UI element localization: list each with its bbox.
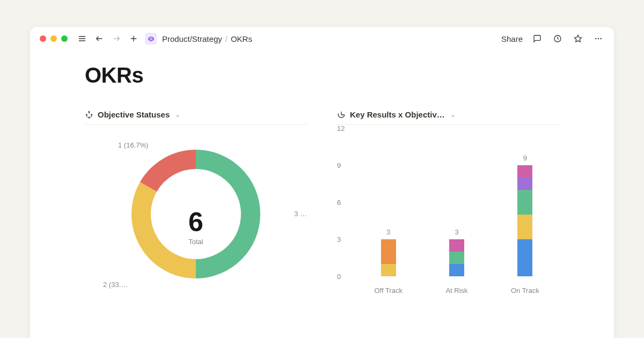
bar-on-track[interactable]: 9 [517, 165, 532, 276]
svg-point-12 [600, 38, 601, 39]
bar-x-axis: Off TrackAt RiskOn Track [354, 286, 559, 295]
breadcrumb-parent[interactable]: Product/Strategy [162, 34, 222, 43]
bar-total-label: 9 [523, 154, 527, 162]
donut-slice-off-track[interactable] [140, 150, 196, 192]
breadcrumb-current[interactable]: OKRs [231, 34, 252, 43]
svg-rect-15 [91, 114, 92, 115]
bar-segment [381, 239, 396, 264]
card-title: Key Results x Objectiv… [350, 110, 445, 119]
updates-icon[interactable] [552, 33, 564, 45]
svg-rect-16 [89, 117, 90, 119]
page-icon[interactable] [145, 33, 157, 45]
x-tick-label: Off Track [354, 286, 422, 295]
card-header[interactable]: Key Results x Objectiv… ⌄ [337, 110, 559, 125]
nav-forward-button[interactable] [111, 33, 122, 45]
bar-segment [517, 190, 532, 215]
bar-segment [449, 264, 464, 276]
sidebar-toggle-icon[interactable] [76, 33, 88, 45]
more-icon[interactable] [592, 33, 604, 45]
window-close-button[interactable] [40, 35, 46, 42]
svg-marker-9 [574, 35, 581, 42]
y-tick-label: 9 [337, 161, 341, 170]
donut-callout-atrisk: 2 (33.… [103, 281, 128, 289]
breadcrumb: Product/Strategy / OKRs [162, 34, 252, 43]
chevron-down-icon: ⌄ [450, 111, 456, 119]
hierarchy-icon [85, 111, 93, 119]
bar-segment [517, 215, 532, 239]
topbar-right: Share [501, 33, 604, 45]
svg-point-11 [598, 38, 599, 39]
window-traffic-lights [40, 35, 68, 42]
y-tick-label: 3 [337, 236, 341, 244]
bar-segment [381, 264, 396, 276]
bar-segment [449, 252, 464, 264]
card-objective-statuses: Objective Statuses ⌄ 6 Total 1 (16.7%) 3… [85, 110, 307, 302]
app-window: Product/Strategy / OKRs Share OKRs [30, 27, 614, 338]
card-key-results: Key Results x Objectiv… ⌄ 036912339 Off … [337, 110, 559, 302]
svg-rect-14 [86, 114, 87, 115]
donut-total-value: 6 [188, 209, 203, 236]
card-header[interactable]: Objective Statuses ⌄ [85, 110, 307, 125]
breadcrumb-separator: / [225, 34, 228, 43]
donut-chart: 6 Total 1 (16.7%) 3 … 2 (33.… [85, 125, 307, 302]
donut-callout-offtrack: 1 (16.7%) [118, 141, 148, 149]
donut-slice-on-track[interactable] [196, 150, 260, 278]
pie-chart-icon [337, 111, 346, 119]
bar-off-track[interactable]: 3 [381, 239, 396, 276]
bar-segment [517, 178, 532, 190]
bar-segment [517, 239, 532, 276]
svg-rect-13 [89, 111, 90, 113]
donut-slice-at-risk[interactable] [131, 182, 196, 278]
bar-segment [517, 165, 532, 178]
favorite-icon[interactable] [572, 33, 584, 45]
donut-center: 6 Total [188, 209, 203, 246]
bar-plot-area: 036912339 [337, 128, 559, 281]
window-minimize-button[interactable] [50, 35, 57, 42]
svg-point-7 [150, 38, 152, 40]
charts-row: Objective Statuses ⌄ 6 Total 1 (16.7%) 3… [85, 110, 559, 302]
bar-total-label: 3 [455, 228, 458, 236]
bar-total-label: 3 [386, 228, 390, 236]
topbar: Product/Strategy / OKRs Share [30, 27, 614, 50]
donut-total-label: Total [188, 238, 203, 246]
x-tick-label: At Risk [422, 286, 491, 295]
x-tick-label: On Track [491, 286, 559, 295]
y-tick-label: 0 [337, 273, 341, 281]
y-tick-label: 6 [337, 199, 341, 207]
page-body: OKRs Objective Statuses ⌄ 6 Total 1 (16.… [30, 50, 614, 302]
donut-callout-ontrack: 3 … [294, 210, 307, 218]
svg-point-10 [595, 38, 596, 39]
y-tick-label: 12 [337, 124, 345, 133]
chevron-down-icon: ⌄ [175, 111, 180, 119]
card-title: Objective Statuses [98, 110, 170, 119]
comments-icon[interactable] [531, 33, 543, 45]
bar-at-risk[interactable]: 3 [449, 239, 464, 276]
new-tab-button[interactable] [128, 33, 140, 45]
nav-back-button[interactable] [93, 33, 105, 45]
share-button[interactable]: Share [501, 34, 523, 43]
bar-chart: 036912339 Off TrackAt RiskOn Track [337, 125, 559, 302]
bar-segment [449, 239, 464, 252]
window-zoom-button[interactable] [61, 35, 68, 42]
page-title: OKRs [85, 63, 559, 87]
